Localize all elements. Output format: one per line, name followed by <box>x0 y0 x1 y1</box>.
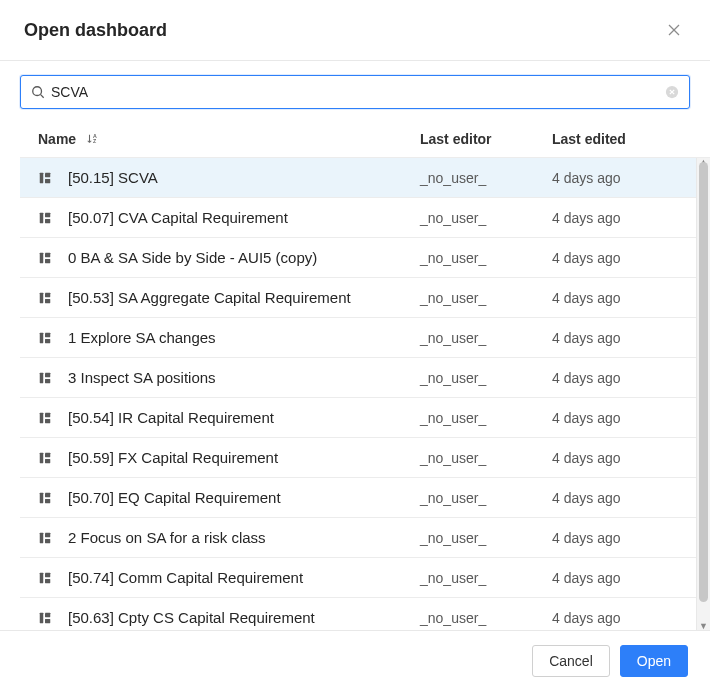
open-dashboard-dialog: Open dashboard <box>0 0 710 691</box>
dashboard-icon <box>38 411 52 425</box>
svg-rect-44 <box>45 618 50 622</box>
svg-rect-22 <box>45 332 50 336</box>
cell-name: 0 BA & SA Side by Side - AUI5 (copy) <box>38 249 420 266</box>
column-header-edited[interactable]: Last edited <box>552 131 710 147</box>
row-name-label: 2 Focus on SA for a risk class <box>68 529 266 546</box>
cell-edited: 4 days ago <box>552 490 696 506</box>
table-row[interactable]: [50.15] SCVA_no_user_4 days ago <box>20 158 696 198</box>
search-icon <box>21 85 51 99</box>
scrollbar-thumb[interactable] <box>699 162 708 602</box>
row-name-label: [50.63] Cpty CS Capital Requirement <box>68 609 315 626</box>
cell-editor: _no_user_ <box>420 210 552 226</box>
dashboard-icon <box>38 291 52 305</box>
svg-rect-17 <box>45 258 50 262</box>
cell-editor: _no_user_ <box>420 370 552 386</box>
table-row[interactable]: 1 Explore SA changes_no_user_4 days ago <box>20 318 696 358</box>
table-row[interactable]: 2 Focus on SA for a risk class_no_user_4… <box>20 518 696 558</box>
svg-rect-27 <box>40 412 44 423</box>
table-row[interactable]: [50.70] EQ Capital Requirement_no_user_4… <box>20 478 696 518</box>
table-row[interactable]: [50.07] CVA Capital Requirement_no_user_… <box>20 198 696 238</box>
svg-rect-42 <box>40 612 44 623</box>
svg-rect-33 <box>40 492 44 503</box>
cell-name: [50.59] FX Capital Requirement <box>38 449 420 466</box>
table-row[interactable]: 0 BA & SA Side by Side - AUI5 (copy)_no_… <box>20 238 696 278</box>
svg-rect-18 <box>40 292 44 303</box>
cancel-button[interactable]: Cancel <box>532 645 610 677</box>
scrollbar[interactable]: ▲ ▼ <box>696 158 710 630</box>
column-name-label: Name <box>38 131 76 147</box>
svg-rect-19 <box>45 292 50 296</box>
svg-rect-34 <box>45 492 50 496</box>
svg-rect-30 <box>40 452 44 463</box>
clear-search-button[interactable] <box>659 85 689 99</box>
column-header-name[interactable]: Name A Z <box>38 131 420 147</box>
svg-point-2 <box>33 87 42 96</box>
svg-rect-26 <box>45 378 50 382</box>
svg-rect-41 <box>45 578 50 582</box>
svg-rect-20 <box>45 298 50 302</box>
cell-editor: _no_user_ <box>420 250 552 266</box>
cell-edited: 4 days ago <box>552 570 696 586</box>
dashboard-icon <box>38 211 52 225</box>
close-icon <box>666 22 682 38</box>
dashboard-icon <box>38 171 52 185</box>
search-input[interactable] <box>51 76 659 108</box>
dashboard-table: Name A Z Last editor Last edited [50.15]… <box>0 121 710 630</box>
svg-rect-15 <box>40 252 44 263</box>
dialog-header: Open dashboard <box>0 0 710 61</box>
svg-rect-39 <box>40 572 44 583</box>
cell-name: [50.74] Comm Capital Requirement <box>38 569 420 586</box>
svg-rect-21 <box>40 332 44 343</box>
table-row[interactable]: [50.74] Comm Capital Requirement_no_user… <box>20 558 696 598</box>
table-row[interactable]: [50.53] SA Aggregate Capital Requirement… <box>20 278 696 318</box>
table-row[interactable]: [50.59] FX Capital Requirement_no_user_4… <box>20 438 696 478</box>
dashboard-icon <box>38 371 52 385</box>
dialog-title: Open dashboard <box>24 20 167 41</box>
svg-rect-25 <box>45 372 50 376</box>
cell-name: [50.63] Cpty CS Capital Requirement <box>38 609 420 626</box>
dashboard-icon <box>38 331 52 345</box>
dialog-footer: Cancel Open <box>0 630 710 691</box>
cell-edited: 4 days ago <box>552 370 696 386</box>
clear-icon <box>665 85 679 99</box>
table-body-container: [50.15] SCVA_no_user_4 days ago[50.07] C… <box>20 158 710 630</box>
cell-edited: 4 days ago <box>552 170 696 186</box>
search-box[interactable] <box>20 75 690 109</box>
cell-editor: _no_user_ <box>420 570 552 586</box>
svg-rect-16 <box>45 252 50 256</box>
table-body: [50.15] SCVA_no_user_4 days ago[50.07] C… <box>20 158 696 630</box>
table-row[interactable]: [50.63] Cpty CS Capital Requirement_no_u… <box>20 598 696 630</box>
cell-name: 3 Inspect SA positions <box>38 369 420 386</box>
dashboard-icon <box>38 251 52 265</box>
dashboard-icon <box>38 491 52 505</box>
svg-rect-13 <box>45 212 50 216</box>
svg-rect-43 <box>45 612 50 616</box>
cell-edited: 4 days ago <box>552 610 696 626</box>
open-button[interactable]: Open <box>620 645 688 677</box>
cell-name: [50.70] EQ Capital Requirement <box>38 489 420 506</box>
cell-edited: 4 days ago <box>552 410 696 426</box>
dashboard-icon <box>38 531 52 545</box>
cell-edited: 4 days ago <box>552 450 696 466</box>
scroll-down-arrow[interactable]: ▼ <box>697 620 710 630</box>
row-name-label: 0 BA & SA Side by Side - AUI5 (copy) <box>68 249 317 266</box>
svg-rect-12 <box>40 212 44 223</box>
dashboard-icon <box>38 611 52 625</box>
svg-rect-40 <box>45 572 50 576</box>
close-button[interactable] <box>662 18 686 42</box>
table-row[interactable]: 3 Inspect SA positions_no_user_4 days ag… <box>20 358 696 398</box>
row-name-label: 3 Inspect SA positions <box>68 369 216 386</box>
table-row[interactable]: [50.54] IR Capital Requirement_no_user_4… <box>20 398 696 438</box>
svg-rect-14 <box>45 218 50 222</box>
column-header-editor[interactable]: Last editor <box>420 131 552 147</box>
cell-editor: _no_user_ <box>420 330 552 346</box>
cell-name: [50.07] CVA Capital Requirement <box>38 209 420 226</box>
row-name-label: [50.54] IR Capital Requirement <box>68 409 274 426</box>
dashboard-icon <box>38 571 52 585</box>
svg-rect-38 <box>45 538 50 542</box>
row-name-label: [50.74] Comm Capital Requirement <box>68 569 303 586</box>
sort-icon: A Z <box>86 132 100 146</box>
svg-rect-9 <box>40 172 44 183</box>
cell-edited: 4 days ago <box>552 250 696 266</box>
row-name-label: [50.59] FX Capital Requirement <box>68 449 278 466</box>
